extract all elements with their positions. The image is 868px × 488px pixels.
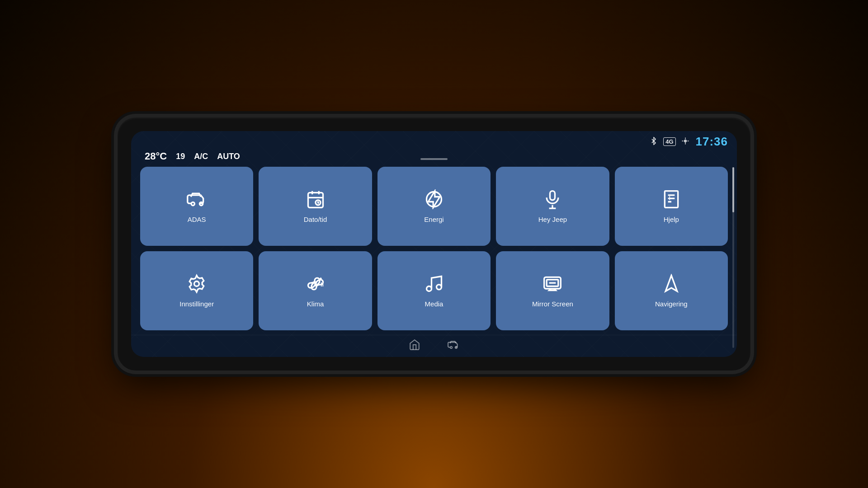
svg-rect-20: [550, 191, 555, 200]
music-icon: [424, 274, 444, 296]
status-icons: 4G: [650, 137, 689, 147]
adas-tile[interactable]: ADAS: [140, 167, 253, 246]
scrollbar-thumb[interactable]: [732, 167, 734, 212]
mirror-icon: [542, 274, 562, 296]
4g-icon: 4G: [663, 137, 675, 146]
grid-column-4: Hey Jeep Mirror Screen: [496, 167, 609, 330]
klima-label: Klima: [307, 300, 324, 308]
scroll-indicator: [420, 158, 448, 160]
car-button[interactable]: [448, 339, 459, 353]
innstillinger-tile[interactable]: Innstillinger: [140, 251, 253, 330]
svg-point-18: [427, 286, 432, 291]
fan-speed-display: 19: [176, 152, 185, 161]
temperature-display: 28°C: [145, 150, 167, 162]
mirror-screen-label: Mirror Screen: [532, 300, 573, 308]
energi-tile[interactable]: Energi: [377, 167, 491, 246]
dato-tid-label: Dato/tid: [304, 216, 327, 223]
svg-point-7: [194, 282, 199, 286]
media-tile[interactable]: Media: [377, 251, 491, 330]
status-bar: 4G 17:36: [131, 131, 737, 150]
svg-line-14: [320, 278, 321, 280]
bluetooth-icon: [650, 137, 658, 147]
grid-column-2: Dato/tid II Klima: [259, 167, 372, 330]
innstillinger-label: Innstillinger: [179, 300, 214, 308]
svg-point-19: [437, 285, 442, 290]
energy-icon: [424, 189, 444, 212]
svg-text:II: II: [321, 281, 324, 288]
grid-column-3: Energi Media: [377, 167, 491, 330]
grid-column-1: ADAS Innstillinger: [140, 167, 253, 330]
energi-label: Energi: [424, 216, 443, 223]
book-icon: i: [661, 189, 681, 212]
dato-tid-tile[interactable]: Dato/tid: [259, 167, 372, 246]
svg-point-5: [191, 202, 194, 205]
klima-tile[interactable]: II Klima: [259, 251, 372, 330]
time-display: 17:36: [696, 135, 728, 149]
svg-text:i: i: [669, 193, 670, 202]
svg-point-32: [450, 347, 452, 348]
navigering-tile[interactable]: Navigering: [615, 251, 728, 330]
media-label: Media: [425, 300, 443, 308]
grid-column-5: i Hjelp Navigering: [615, 167, 728, 330]
screen: 4G 17:36 28°C 19 A/C: [131, 131, 737, 357]
svg-rect-8: [308, 192, 323, 207]
microphone-icon: [542, 189, 562, 212]
car-icon: [187, 189, 207, 212]
svg-rect-26: [665, 191, 678, 208]
location-icon: [681, 137, 689, 147]
mode-display: AUTO: [217, 152, 240, 161]
hey-jeep-label: Hey Jeep: [538, 216, 567, 223]
ac-display: A/C: [194, 152, 208, 161]
main-grid: ADAS Innstillinger: [131, 167, 737, 335]
mirror-screen-tile[interactable]: Mirror Screen: [496, 251, 609, 330]
svg-marker-31: [665, 276, 677, 291]
svg-point-16: [427, 192, 442, 207]
fan-icon: II: [306, 274, 326, 296]
hjelp-label: Hjelp: [664, 216, 679, 223]
svg-point-13: [314, 282, 317, 285]
home-button[interactable]: [409, 339, 420, 353]
physical-frame: 4G 17:36 28°C 19 A/C: [118, 117, 750, 371]
gear-icon: [187, 274, 207, 296]
calendar-clock-icon: [306, 189, 326, 212]
scrollbar-track[interactable]: [732, 167, 734, 348]
navigation-icon: [661, 274, 681, 296]
hey-jeep-tile[interactable]: Hey Jeep: [496, 167, 609, 246]
navigering-label: Navigering: [655, 300, 688, 308]
bottom-bar: [131, 335, 737, 357]
hjelp-tile[interactable]: i Hjelp: [615, 167, 728, 246]
adas-label: ADAS: [188, 216, 206, 223]
